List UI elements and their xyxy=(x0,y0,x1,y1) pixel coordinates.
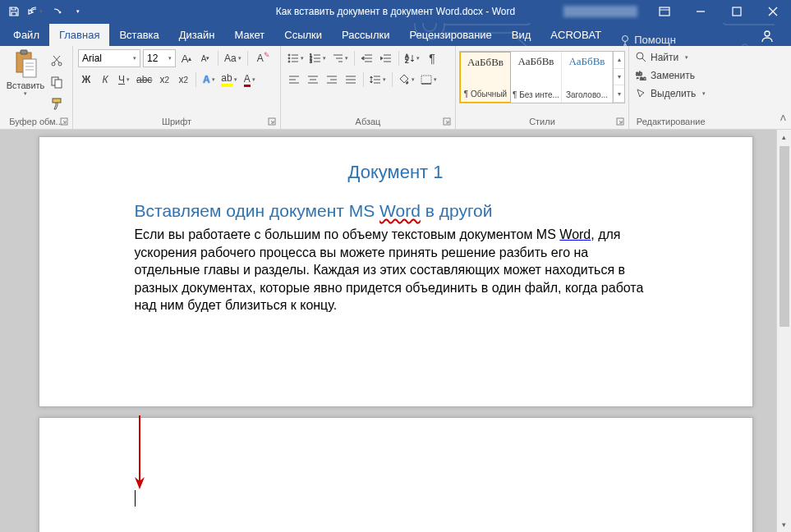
undo-button[interactable]: ▾ xyxy=(26,2,44,21)
ribbon-display-options[interactable] xyxy=(646,0,683,23)
format-painter-button[interactable] xyxy=(48,95,66,112)
clear-formatting-button[interactable]: A✎ xyxy=(252,49,269,67)
page-1[interactable]: Документ 1 Вставляем один документ MS Wo… xyxy=(39,136,753,407)
paragraph-launcher[interactable] xyxy=(442,117,452,127)
clipboard-group-label: Буфер обм... xyxy=(9,117,63,126)
save-button[interactable] xyxy=(5,2,23,21)
tab-view[interactable]: Вид xyxy=(502,24,541,46)
find-label: Найти xyxy=(651,52,678,63)
tab-acrobat[interactable]: ACROBAT xyxy=(540,24,611,46)
document-area[interactable]: Документ 1 Вставляем один документ MS Wo… xyxy=(0,130,791,532)
style-expand[interactable]: ▾ xyxy=(614,85,624,103)
tell-me-label: Помощн xyxy=(634,34,676,46)
maximize-button[interactable] xyxy=(719,0,755,23)
qat-customize[interactable]: ▾ xyxy=(69,2,87,21)
style-scroll-down[interactable]: ▾ xyxy=(614,69,624,86)
svg-point-30 xyxy=(288,57,290,59)
share-button[interactable] xyxy=(760,29,775,46)
decrease-indent-button[interactable] xyxy=(359,49,375,67)
svg-point-4 xyxy=(59,11,61,13)
page-2[interactable] xyxy=(39,417,753,532)
subscript-button[interactable]: x2 xyxy=(156,71,172,89)
font-name-combo[interactable]: Arial▾ xyxy=(78,49,140,67)
cut-button[interactable] xyxy=(48,53,66,69)
vertical-scrollbar[interactable]: ▴ ▾ xyxy=(776,130,791,532)
editing-group-label: Редактирование xyxy=(637,117,706,126)
collapse-ribbon-button[interactable]: ᐱ xyxy=(780,113,786,122)
show-marks-button[interactable]: ¶ xyxy=(424,49,440,67)
copy-button[interactable] xyxy=(48,74,66,90)
align-left-button[interactable] xyxy=(286,71,302,89)
svg-point-28 xyxy=(288,54,290,56)
minimize-button[interactable] xyxy=(683,0,719,23)
document-title: Документ 1 xyxy=(135,162,657,183)
borders-button[interactable] xyxy=(419,71,439,89)
tab-file[interactable]: Файл xyxy=(3,24,49,46)
paste-button[interactable]: Вставить ▾ xyxy=(5,49,46,115)
replace-button[interactable]: abacЗаменить xyxy=(636,67,706,84)
highlight-button[interactable]: ab xyxy=(219,71,238,89)
group-clipboard: Вставить ▾ Буфер обм... xyxy=(0,46,73,129)
shrink-font-button[interactable]: A▾ xyxy=(197,49,214,67)
svg-line-71 xyxy=(642,58,646,62)
superscript-button[interactable]: x2 xyxy=(175,71,191,89)
group-font: Arial▾ 12▾ A▴ A▾ Aa A✎ Ж К Ч abc x2 x2 A… xyxy=(73,46,281,129)
select-button[interactable]: Выделить▾ xyxy=(636,85,706,102)
change-case-button[interactable]: Aa xyxy=(223,49,243,67)
tab-layout[interactable]: Макет xyxy=(224,24,274,46)
text-effects-button[interactable]: A xyxy=(200,71,217,89)
shading-button[interactable] xyxy=(397,71,416,89)
underline-button[interactable]: Ч xyxy=(116,71,132,89)
group-paragraph: 123 AZ ¶ Абзац xyxy=(281,46,456,129)
svg-rect-24 xyxy=(55,80,62,88)
tell-me-search[interactable]: Помощн xyxy=(619,34,676,46)
scroll-up-button[interactable]: ▴ xyxy=(777,130,791,144)
svg-rect-66 xyxy=(421,76,431,84)
svg-rect-5 xyxy=(660,7,669,16)
tab-design[interactable]: Дизайн xyxy=(169,24,225,46)
style-normal[interactable]: АаБбВв ¶ Обычный xyxy=(460,52,511,103)
style-scroll-up[interactable]: ▴ xyxy=(614,52,624,69)
find-button[interactable]: Найти▾ xyxy=(636,49,706,66)
style-no-spacing[interactable]: АаБбВв ¶ Без инте... xyxy=(511,52,562,103)
strikethrough-button[interactable]: abc xyxy=(135,71,154,89)
tab-mailings[interactable]: Рассылки xyxy=(332,24,399,46)
svg-point-70 xyxy=(637,53,643,59)
svg-line-22 xyxy=(53,56,59,62)
numbering-button[interactable]: 123 xyxy=(308,49,328,67)
multilevel-list-button[interactable] xyxy=(330,49,350,67)
line-spacing-button[interactable] xyxy=(368,71,388,89)
annotation-arrow xyxy=(131,411,148,493)
svg-text:Z: Z xyxy=(405,58,409,63)
italic-button[interactable]: К xyxy=(97,71,113,89)
titlebar: ▾ ▾ Как вставить документ в документ Wor… xyxy=(0,0,791,23)
justify-button[interactable] xyxy=(343,71,359,89)
font-launcher[interactable] xyxy=(267,117,277,127)
tab-home[interactable]: Главная xyxy=(49,24,109,46)
close-button[interactable] xyxy=(755,0,791,23)
svg-text:ac: ac xyxy=(640,76,646,80)
tab-insert[interactable]: Вставка xyxy=(109,24,168,46)
clipboard-launcher[interactable] xyxy=(59,117,69,127)
scroll-down-button[interactable]: ▾ xyxy=(777,517,791,532)
style-heading1-label: Заголово... xyxy=(566,90,608,99)
sort-button[interactable]: AZ xyxy=(403,49,421,67)
style-heading1[interactable]: АаБбВв Заголово... xyxy=(562,52,613,103)
grow-font-button[interactable]: A▴ xyxy=(178,49,195,67)
font-size-combo[interactable]: 12▾ xyxy=(143,49,176,67)
group-styles: АаБбВв ¶ Обычный АаБбВв ¶ Без инте... Аа… xyxy=(456,46,629,129)
styles-group-label: Стили xyxy=(529,117,555,126)
redo-button[interactable] xyxy=(48,2,66,21)
align-center-button[interactable] xyxy=(305,71,321,89)
align-right-button[interactable] xyxy=(324,71,340,89)
bold-button[interactable]: Ж xyxy=(78,71,94,89)
bullets-button[interactable] xyxy=(286,49,306,67)
tab-references[interactable]: Ссылки xyxy=(274,24,332,46)
ribbon: Вставить ▾ Буфер обм... Arial▾ 12▾ A▴ A▾… xyxy=(0,46,791,130)
increase-indent-button[interactable] xyxy=(378,49,394,67)
tab-review[interactable]: Рецензирование xyxy=(399,24,501,46)
font-color-button[interactable]: A xyxy=(241,71,258,89)
scroll-thumb[interactable] xyxy=(780,146,789,327)
svg-rect-25 xyxy=(53,99,61,103)
styles-launcher[interactable] xyxy=(615,117,625,127)
